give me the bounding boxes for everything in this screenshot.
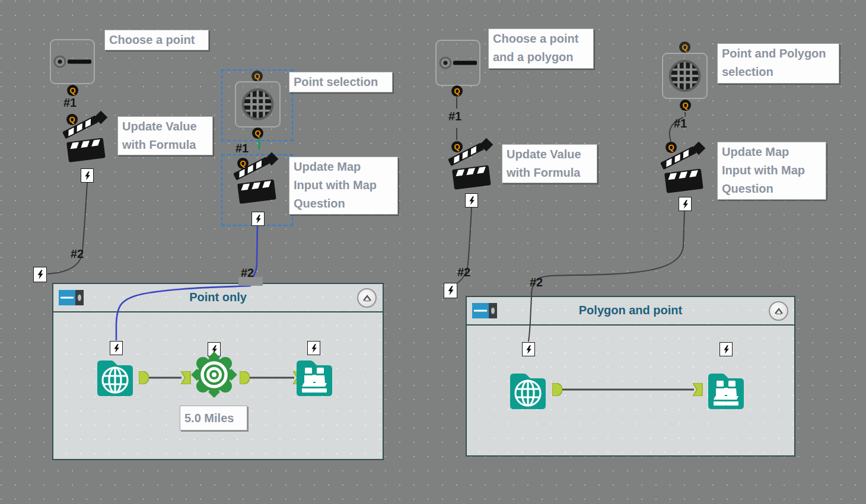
output-anchor[interactable] <box>552 383 562 396</box>
input-anchor[interactable] <box>181 371 191 384</box>
action-tool-update-value[interactable] <box>63 109 113 166</box>
workflow-canvas: { "app": "workflow-canvas", "colors": { … <box>0 0 866 504</box>
connection-label: #1 <box>63 96 77 110</box>
container-title: Polygon and point <box>467 304 794 317</box>
lightning-icon <box>681 199 690 210</box>
lightning-icon <box>254 213 263 225</box>
input-anchor[interactable] <box>693 383 703 396</box>
annotation[interactable]: Update Value with Formula <box>117 116 213 155</box>
map-input-tool[interactable] <box>505 366 550 412</box>
browse-tool[interactable] <box>292 353 337 398</box>
container-polygon-point-header[interactable]: Polygon and point <box>467 297 794 326</box>
clapperboard-icon <box>234 151 284 208</box>
output-anchor[interactable] <box>139 371 149 384</box>
action-anchor-lightning[interactable] <box>251 212 265 226</box>
q-anchor[interactable]: Q <box>451 85 463 97</box>
radio-button-icon <box>437 41 479 85</box>
annotation[interactable]: Point and Polygon selection <box>717 43 839 84</box>
lightning-icon <box>467 195 476 206</box>
q-anchor[interactable]: Q <box>679 42 690 53</box>
action-tool-update-value[interactable] <box>448 136 498 193</box>
container-action-target-lightning[interactable] <box>444 283 457 298</box>
action-anchor-lightning[interactable] <box>679 197 692 211</box>
connection-label: #2 <box>530 276 543 289</box>
q-anchor[interactable]: Q <box>251 71 263 82</box>
annotation[interactable]: Update Value with Formula <box>502 144 597 183</box>
action-anchor-lightning[interactable] <box>81 168 94 183</box>
annotation[interactable]: Choose a point and a polygon <box>488 28 594 69</box>
annotation[interactable]: Choose a point <box>104 30 209 50</box>
q-anchor[interactable]: Q <box>67 85 78 96</box>
trade-area-tool[interactable] <box>191 352 237 398</box>
action-tool-update-map[interactable] <box>661 140 711 197</box>
radio-option-tool[interactable] <box>50 39 95 84</box>
connection-label: #2 <box>71 247 84 261</box>
collapse-chevron-icon <box>773 307 785 316</box>
lightning-icon <box>112 343 121 354</box>
lightning-icon <box>83 170 92 181</box>
lightning-icon <box>722 344 731 355</box>
lightning-icon <box>446 285 456 296</box>
dark-globe-icon <box>663 54 706 98</box>
q-anchor[interactable]: Q <box>680 100 691 111</box>
output-anchor[interactable] <box>240 371 250 384</box>
dark-globe-icon <box>236 82 279 126</box>
container-title: Point only <box>53 291 383 304</box>
clapperboard-icon <box>661 140 711 197</box>
collapse-button[interactable] <box>357 288 377 308</box>
radio-button-icon <box>51 40 94 83</box>
radio-option-tool[interactable] <box>435 40 480 86</box>
map-question-tool[interactable] <box>662 53 708 99</box>
lightning-icon <box>36 269 45 280</box>
clapperboard-icon <box>63 109 113 166</box>
container-action-target-lightning[interactable] <box>33 267 47 282</box>
q-anchor[interactable]: Q <box>252 127 263 139</box>
connection-label: #2 <box>241 266 254 280</box>
map-question-tool[interactable] <box>235 81 281 127</box>
connection-label: #1 <box>674 117 687 130</box>
annotation[interactable]: 5.0 Miles <box>180 406 247 430</box>
action-anchor-lightning[interactable] <box>465 193 478 208</box>
connection-label: #2 <box>457 266 470 279</box>
lightning-icon <box>310 343 319 354</box>
tool-action-lightning[interactable] <box>719 342 733 356</box>
lightning-icon <box>524 344 533 355</box>
browse-tool[interactable] <box>703 366 749 412</box>
action-tool-update-map[interactable] <box>234 151 284 208</box>
collapse-chevron-icon <box>361 294 373 303</box>
clapperboard-icon <box>448 136 498 193</box>
annotation[interactable]: Point selection <box>289 72 393 92</box>
annotation[interactable]: Update Map Input with Map Question <box>717 142 826 200</box>
annotation[interactable]: Update Map Input with Map Question <box>289 157 398 215</box>
tool-action-lightning[interactable] <box>522 342 535 356</box>
map-input-tool[interactable] <box>93 353 138 398</box>
bullseye-icon <box>191 352 237 398</box>
connection-label: #1 <box>448 110 461 123</box>
container-point-only-header[interactable]: Point only <box>53 284 383 312</box>
collapse-button[interactable] <box>769 301 788 321</box>
